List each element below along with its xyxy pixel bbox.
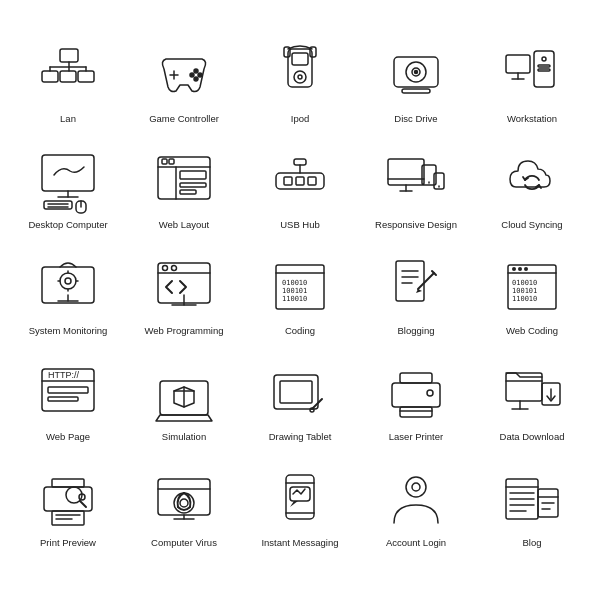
svg-rect-51 bbox=[308, 177, 316, 185]
coding-label: Coding bbox=[285, 325, 315, 347]
icon-cell-account-login[interactable]: Account Login bbox=[358, 461, 474, 563]
icon-cell-computer-virus[interactable]: Computer Virus bbox=[126, 461, 242, 563]
web-programming-label: Web Programming bbox=[144, 325, 223, 347]
icon-cell-system-monitoring[interactable]: System Monitoring bbox=[10, 249, 126, 351]
game-controller-label: Game Controller bbox=[149, 113, 219, 135]
icon-cell-ipod[interactable]: Ipod bbox=[242, 37, 358, 139]
icon-cell-web-page[interactable]: HTTP:// Web Page bbox=[10, 355, 126, 457]
computer-virus-icon bbox=[150, 465, 218, 533]
system-monitoring-label: System Monitoring bbox=[29, 325, 108, 347]
svg-rect-29 bbox=[506, 55, 530, 73]
data-download-label: Data Download bbox=[500, 431, 565, 453]
svg-rect-32 bbox=[42, 155, 94, 191]
svg-rect-28 bbox=[538, 69, 550, 71]
icon-cell-usb-hub[interactable]: USB Hub bbox=[242, 143, 358, 245]
icon-cell-blogging[interactable]: Blogging bbox=[358, 249, 474, 351]
ipod-icon bbox=[266, 41, 334, 109]
svg-rect-82 bbox=[396, 261, 424, 301]
blog-label: Blog bbox=[522, 537, 541, 559]
icon-cell-desktop-computer[interactable]: Desktop Computer bbox=[10, 143, 126, 245]
usb-hub-icon bbox=[266, 147, 334, 215]
svg-rect-101 bbox=[48, 397, 78, 401]
svg-rect-24 bbox=[402, 89, 430, 93]
icon-cell-coding[interactable]: 010010 100101 110010 Coding bbox=[242, 249, 358, 351]
svg-point-12 bbox=[198, 73, 202, 77]
svg-rect-49 bbox=[284, 177, 292, 185]
icon-cell-web-coding[interactable]: 010010 100101 110010 Web Coding bbox=[474, 249, 590, 351]
responsive-design-icon bbox=[382, 147, 450, 215]
svg-rect-0 bbox=[60, 49, 78, 62]
blog-icon bbox=[498, 465, 566, 533]
laser-printer-label: Laser Printer bbox=[389, 431, 443, 453]
svg-point-95 bbox=[518, 267, 522, 271]
print-preview-label: Print Preview bbox=[40, 537, 96, 559]
icon-cell-cloud-syncing[interactable]: Cloud Syncing bbox=[474, 143, 590, 245]
svg-rect-45 bbox=[180, 171, 206, 179]
svg-point-64 bbox=[65, 278, 71, 284]
simulation-label: Simulation bbox=[162, 431, 206, 453]
svg-line-128 bbox=[80, 501, 86, 507]
svg-text:010010: 010010 bbox=[512, 279, 537, 287]
computer-virus-label: Computer Virus bbox=[151, 537, 217, 559]
instant-messaging-label: Instant Messaging bbox=[261, 537, 338, 559]
icon-cell-responsive-design[interactable]: Responsive Design bbox=[358, 143, 474, 245]
drawing-tablet-label: Drawing Tablet bbox=[269, 431, 332, 453]
cloud-syncing-label: Cloud Syncing bbox=[501, 219, 562, 241]
icon-cell-disc-drive[interactable]: Disc Drive bbox=[358, 37, 474, 139]
svg-point-132 bbox=[180, 499, 188, 507]
svg-rect-15 bbox=[292, 53, 308, 65]
svg-text:HTTP://: HTTP:// bbox=[48, 370, 79, 380]
svg-point-26 bbox=[542, 57, 546, 61]
svg-point-63 bbox=[60, 273, 76, 289]
svg-point-140 bbox=[406, 477, 426, 497]
print-preview-icon bbox=[34, 465, 102, 533]
svg-rect-44 bbox=[169, 159, 174, 164]
icon-cell-laser-printer[interactable]: Laser Printer bbox=[358, 355, 474, 457]
icon-cell-workstation[interactable]: Workstation bbox=[474, 37, 590, 139]
cloud-syncing-icon bbox=[498, 147, 566, 215]
svg-marker-87 bbox=[416, 289, 422, 293]
coding-icon: 010010 100101 110010 bbox=[266, 253, 334, 321]
drawing-tablet-icon bbox=[266, 359, 334, 427]
lan-label: Lan bbox=[60, 113, 76, 135]
svg-point-10 bbox=[194, 69, 198, 73]
account-login-icon bbox=[382, 465, 450, 533]
svg-rect-123 bbox=[52, 511, 84, 525]
svg-text:010010: 010010 bbox=[282, 279, 307, 287]
svg-point-73 bbox=[163, 266, 168, 271]
icon-cell-lan[interactable]: Lan bbox=[10, 37, 126, 139]
svg-rect-27 bbox=[538, 65, 550, 67]
svg-rect-122 bbox=[52, 479, 84, 487]
svg-point-17 bbox=[298, 75, 302, 79]
svg-rect-3 bbox=[78, 71, 94, 82]
svg-point-96 bbox=[524, 267, 528, 271]
svg-rect-35 bbox=[44, 201, 72, 209]
svg-rect-1 bbox=[42, 71, 58, 82]
icon-cell-web-programming[interactable]: Web Programming bbox=[126, 249, 242, 351]
system-monitoring-icon bbox=[34, 253, 102, 321]
responsive-design-label: Responsive Design bbox=[375, 219, 457, 241]
svg-rect-112 bbox=[400, 407, 432, 417]
svg-rect-2 bbox=[60, 71, 76, 82]
svg-point-13 bbox=[194, 77, 198, 81]
web-layout-label: Web Layout bbox=[159, 219, 210, 241]
icon-cell-blog[interactable]: Blog bbox=[474, 461, 590, 563]
icon-cell-web-layout[interactable]: Web Layout bbox=[126, 143, 242, 245]
desktop-computer-label: Desktop Computer bbox=[28, 219, 107, 241]
icon-cell-drawing-tablet[interactable]: Drawing Tablet bbox=[242, 355, 358, 457]
web-programming-icon bbox=[150, 253, 218, 321]
svg-rect-47 bbox=[180, 190, 196, 194]
desktop-computer-icon bbox=[34, 147, 102, 215]
icon-cell-data-download[interactable]: Data Download bbox=[474, 355, 590, 457]
svg-rect-54 bbox=[388, 159, 424, 185]
svg-point-141 bbox=[412, 483, 420, 491]
icon-cell-game-controller[interactable]: Game Controller bbox=[126, 37, 242, 139]
icon-cell-simulation[interactable]: Simulation bbox=[126, 355, 242, 457]
ipod-label: Ipod bbox=[291, 113, 310, 135]
icon-cell-print-preview[interactable]: Print Preview bbox=[10, 461, 126, 563]
icon-cell-instant-messaging[interactable]: Instant Messaging bbox=[242, 461, 358, 563]
lan-icon bbox=[34, 41, 102, 109]
simulation-icon bbox=[150, 359, 218, 427]
instant-messaging-icon bbox=[266, 465, 334, 533]
laser-printer-icon bbox=[382, 359, 450, 427]
